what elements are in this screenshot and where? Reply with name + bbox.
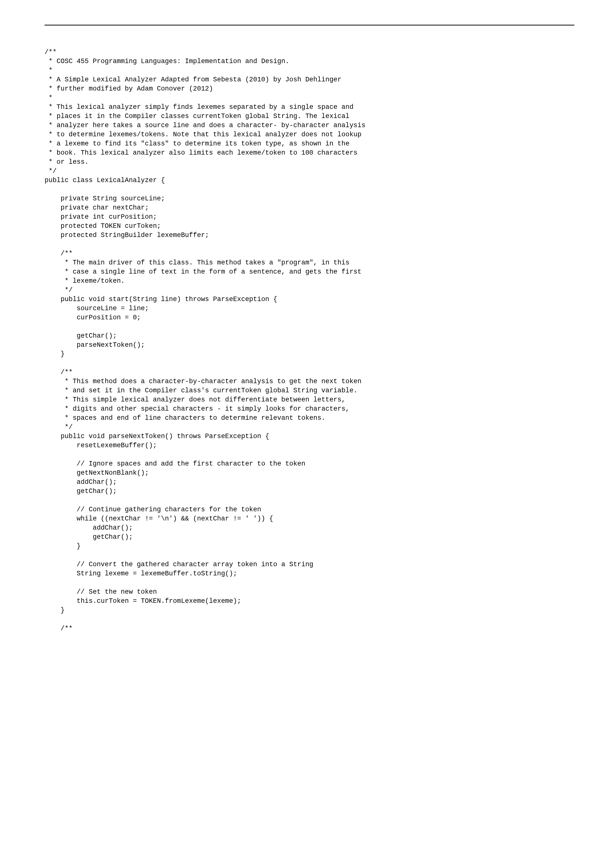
code-listing: /** * COSC 455 Programming Languages: Im… <box>45 48 574 633</box>
header-rule <box>45 25 574 25</box>
document-page: /** * COSC 455 Programming Languages: Im… <box>0 0 614 868</box>
